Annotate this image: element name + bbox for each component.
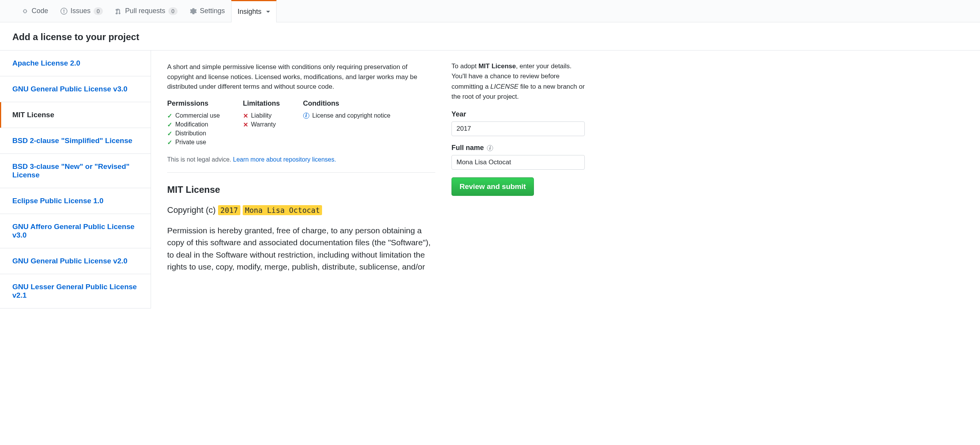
adopt-text: To adopt MIT License, enter your details… [451, 61, 585, 102]
license-body: Permission is hereby granted, free of ch… [167, 224, 435, 273]
rule-label: Commercial use [175, 112, 220, 119]
sidebar-item-license[interactable]: BSD 3-clause "New" or "Revised" License [0, 154, 151, 188]
repo-nav: Code Issues 0 Pull requests 0 Settings I… [0, 0, 980, 22]
conditions-col: Conditions iLicense and copyright notice [303, 99, 391, 148]
fullname-input[interactable] [451, 155, 585, 170]
info-icon: i [303, 113, 309, 119]
pulls-count: 0 [168, 7, 178, 15]
year-label: Year [451, 110, 585, 118]
adopt-panel: To adopt MIT License, enter your details… [451, 51, 594, 308]
nav-pulls[interactable]: Pull requests 0 [109, 0, 184, 22]
copyright-prefix: Copyright (c) [167, 205, 218, 215]
check-icon: ✓ [167, 139, 172, 146]
year-input[interactable] [451, 121, 585, 136]
cross-icon: ✕ [243, 121, 248, 128]
check-icon: ✓ [167, 130, 172, 137]
license-description: A short and simple permissive license wi… [167, 62, 435, 92]
pr-icon [115, 8, 122, 15]
permissions-col: Permissions ✓Commercial use✓Modification… [167, 99, 220, 148]
rule-item: iLicense and copyright notice [303, 112, 391, 119]
rule-item: ✓Commercial use [167, 112, 220, 120]
conditions-heading: Conditions [303, 99, 391, 108]
sidebar-item-license[interactable]: GNU General Public License v3.0 [0, 76, 151, 102]
rule-label: Distribution [175, 130, 206, 137]
rule-label: Liability [251, 112, 272, 119]
gear-icon [190, 8, 197, 15]
copyright-line: Copyright (c) 2017 Mona Lisa Octocat [167, 205, 435, 215]
legal-advice: This is not legal advice. Learn more abo… [167, 156, 435, 173]
nav-settings[interactable]: Settings [184, 0, 231, 22]
sidebar-item-license[interactable]: GNU Affero General Public License v3.0 [0, 214, 151, 248]
check-icon: ✓ [167, 112, 172, 120]
review-submit-button[interactable]: Review and submit [451, 177, 534, 196]
license-sidebar: Apache License 2.0GNU General Public Lic… [0, 51, 151, 308]
issue-icon [60, 8, 67, 15]
cross-icon: ✕ [243, 112, 248, 120]
hl-name: Mona Lisa Octocat [243, 205, 322, 215]
nav-insights[interactable]: Insights [231, 0, 277, 22]
nav-issues[interactable]: Issues 0 [54, 0, 109, 22]
page-title: Add a license to your project [0, 22, 980, 51]
nav-code[interactable]: Code [15, 0, 54, 22]
nav-label: Pull requests [125, 7, 165, 15]
sidebar-item-license[interactable]: GNU Lesser General Public License v2.1 [0, 274, 151, 308]
adopt-filename: LICENSE [490, 83, 519, 90]
rule-label: Modification [175, 121, 208, 128]
chevron-down-icon [266, 11, 270, 13]
name-label: Full name i [451, 144, 585, 152]
rule-item: ✓Distribution [167, 130, 220, 137]
rule-label: Private use [175, 139, 206, 146]
hl-year: 2017 [218, 205, 240, 215]
nav-label: Settings [200, 7, 225, 15]
rule-item: ✕Liability [243, 112, 280, 120]
sidebar-item-license[interactable]: Apache License 2.0 [0, 51, 151, 76]
rule-item: ✓Private use [167, 139, 220, 146]
code-icon [22, 8, 29, 15]
advice-link[interactable]: Learn more about repository licenses. [233, 156, 336, 163]
check-icon: ✓ [167, 121, 172, 128]
sidebar-item-license[interactable]: GNU General Public License v2.0 [0, 248, 151, 274]
rule-label: License and copyright notice [312, 112, 391, 119]
license-rules: Permissions ✓Commercial use✓Modification… [167, 99, 435, 148]
advice-text: This is not legal advice. [167, 156, 233, 163]
rule-item: ✕Warranty [243, 121, 280, 128]
rule-label: Warranty [251, 121, 276, 128]
nav-label: Code [32, 7, 48, 15]
nav-label: Insights [238, 8, 262, 16]
limitations-heading: Limitations [243, 99, 280, 108]
license-title: MIT License [167, 184, 435, 195]
permissions-heading: Permissions [167, 99, 220, 108]
sidebar-item-license[interactable]: BSD 2-clause "Simplified" License [0, 128, 151, 154]
info-icon[interactable]: i [487, 145, 493, 151]
nav-label: Issues [70, 7, 91, 15]
license-detail: A short and simple permissive license wi… [151, 51, 451, 308]
sidebar-item-license[interactable]: MIT License [0, 102, 151, 128]
sidebar-item-license[interactable]: Eclipse Public License 1.0 [0, 188, 151, 214]
issues-count: 0 [94, 7, 103, 15]
rule-item: ✓Modification [167, 121, 220, 128]
limitations-col: Limitations ✕Liability✕Warranty [243, 99, 280, 148]
adopt-license-name: MIT License [478, 62, 516, 70]
